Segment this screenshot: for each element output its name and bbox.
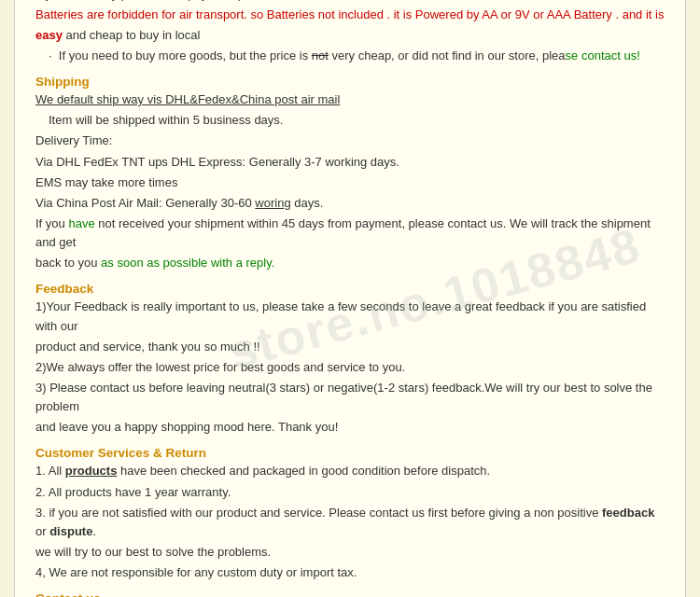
customer-section: Customer Services & Return 1. All produc… xyxy=(35,446,665,582)
shipping-line4: Via DHL FedEx TNT ups DHL Express: Gener… xyxy=(35,153,665,172)
note-easy: easy xyxy=(35,28,63,42)
shipping-section: Shipping We default ship way vis DHL&Fed… xyxy=(35,75,665,272)
feedback-line1b: product and service, thank you so much !… xyxy=(35,338,665,356)
shipping-line5: EMS may take more times xyxy=(35,174,665,192)
note-line3-text: · If you need to buy more goods, but the… xyxy=(49,49,566,62)
note-line2b: easy and cheap to buy in local xyxy=(35,26,665,45)
note-section: Note: If you have any problems of paymen… xyxy=(35,0,665,65)
shipping-line8: back to you as soon as possible with a r… xyxy=(35,254,665,272)
customer-heading: Customer Services & Return xyxy=(35,446,665,460)
note-line1: If you have any problems of payment,plea… xyxy=(35,0,665,4)
customer-line4: 4, We are not responsible for any custom… xyxy=(35,563,665,582)
shipping-have: have xyxy=(68,216,94,230)
shipping-heading: Shipping xyxy=(35,75,665,89)
feedback-section: Feedback 1)Your Feedback is really impor… xyxy=(35,282,665,437)
feedback-line3b: and leave you a happy shopping mood here… xyxy=(35,418,665,437)
contact-heading: Contact us xyxy=(35,591,665,597)
customer-line1: 1. All products have been checked and pa… xyxy=(35,462,665,480)
shipping-line7-p1: If you xyxy=(35,216,68,230)
note-cheap: and cheap to buy in local xyxy=(66,28,201,42)
shipping-line3: Delivery Time: xyxy=(35,132,665,150)
note-line2: Batteries are forbidden for air transpor… xyxy=(35,6,665,24)
feedback-line3: 3) Please contact us before leaving neut… xyxy=(35,379,665,416)
shipping-reply: as soon as possible with a reply. xyxy=(101,256,274,270)
shipping-line7-p2: not received your shipment within 45 day… xyxy=(35,216,651,249)
shipping-line1: We default ship way vis DHL&Fedex&China … xyxy=(35,90,665,109)
feedback-line1: 1)Your Feedback is really important to u… xyxy=(35,298,665,335)
shipping-back: back to you xyxy=(35,256,101,270)
feedback-line2: 2)We always offer the lowest price for b… xyxy=(35,358,665,377)
feedback-heading: Feedback xyxy=(35,282,665,296)
shipping-line2: Item will be shipped within 5 business d… xyxy=(49,111,665,130)
note-line3: · If you need to buy more goods, but the… xyxy=(49,47,665,65)
customer-line3b: we will try to our best to solve the pro… xyxy=(35,543,665,562)
customer-line2: 2. All products have 1 year warranty. xyxy=(35,483,665,502)
shipping-line6: Via China Post Air Mail: Generally 30-60… xyxy=(35,194,665,213)
customer-line3: 3. if you are not satisfied with our pro… xyxy=(35,504,665,541)
note-contact: se contact us! xyxy=(566,49,640,62)
contact-section: Contact us If you have any questions or … xyxy=(35,591,665,597)
main-container: store.no.1018848 — Note: If you have any… xyxy=(14,0,686,597)
shipping-line7: If you have not received your shipment w… xyxy=(35,215,665,252)
note-line2-red: Batteries are forbidden for air transpor… xyxy=(35,7,664,21)
shipping-line1-underline: We default ship way vis DHL&Fedex&China … xyxy=(35,92,340,106)
